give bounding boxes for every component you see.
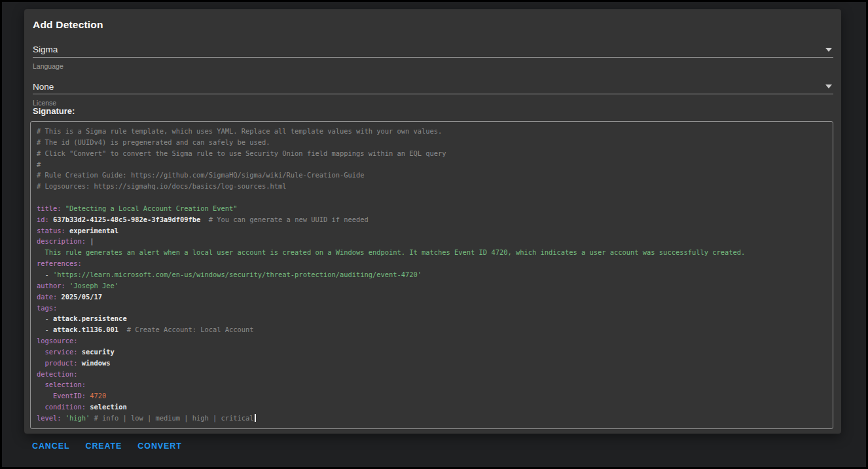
editor-line: # Rule Creation Guide: https://github.co… <box>37 170 827 181</box>
signature-code-editor[interactable]: # This is a Sigma rule template, which u… <box>30 121 833 429</box>
code-token-key: EventID: <box>53 392 90 400</box>
editor-line: id: 637b33d2-4125-48c5-982e-3f3a9df09fbe… <box>37 214 827 225</box>
code-token-key: tags: <box>37 304 57 312</box>
code-token-val: selection <box>90 403 126 411</box>
code-token-str: 'high' <box>65 414 90 422</box>
code-token-key: id: <box>37 216 53 223</box>
editor-line: # <box>37 159 827 170</box>
code-token-key: logsource: <box>37 337 78 345</box>
dialog-actions: CANCEL CREATE CONVERT <box>31 440 183 453</box>
editor-line: selection: <box>37 379 827 390</box>
language-select-underline <box>33 57 833 58</box>
code-token-val: attack.t1136.001 <box>53 326 118 333</box>
code-token-plain <box>37 381 45 388</box>
license-select[interactable]: None <box>33 77 833 94</box>
dialog-title: Add Detection <box>33 19 103 31</box>
code-token-val: 2025/05/17 <box>62 293 103 301</box>
code-token-num: 4720 <box>90 392 106 400</box>
language-select[interactable]: Sigma <box>33 40 833 58</box>
code-token-plain: - <box>37 326 53 333</box>
code-token-key: author: <box>37 282 69 290</box>
code-token-key: date: <box>37 293 62 301</box>
code-token-val: experimental <box>69 227 118 235</box>
cancel-button[interactable]: CANCEL <box>31 440 70 453</box>
editor-line: - 'https://learn.microsoft.com/en-us/win… <box>37 269 827 280</box>
editor-line: level: 'high' # info | low | medium | hi… <box>37 413 827 424</box>
code-token-val: windows <box>82 359 111 367</box>
page-background: Add Detection Sigma Language None Licens… <box>2 2 866 467</box>
code-token-key: detection: <box>37 370 78 378</box>
signature-label: Signature: <box>33 106 75 116</box>
editor-line <box>37 192 827 203</box>
code-token-plain <box>37 348 45 356</box>
chevron-down-icon <box>825 84 832 88</box>
language-select-label: Language <box>33 62 63 70</box>
editor-line: description: | <box>37 236 827 247</box>
editor-line: date: 2025/05/17 <box>37 291 827 303</box>
convert-button[interactable]: CONVERT <box>137 440 182 453</box>
editor-line: product: windows <box>37 358 827 369</box>
editor-line: This rule generates an alert when a loca… <box>37 247 827 258</box>
code-token-str: 'https://learn.microsoft.com/en-us/windo… <box>53 271 422 278</box>
code-token-key: service: <box>45 348 82 356</box>
code-token-key: status: <box>37 227 69 235</box>
code-token-str: "Detecting a Local Account Creation Even… <box>65 204 238 212</box>
editor-line: # The id (UUIDv4) is pregenerated and ca… <box>37 137 827 148</box>
editor-line: - attack.persistence <box>37 313 827 324</box>
code-token-key: description: <box>37 237 90 245</box>
code-token-val: attack.persistence <box>53 314 127 322</box>
chevron-down-icon <box>825 48 832 52</box>
code-token-val: security <box>82 348 115 356</box>
editor-line: tags: <box>37 303 827 314</box>
code-token-str: 'Joseph Jee' <box>69 282 118 290</box>
code-token-plain: | <box>90 237 94 245</box>
language-select-value: Sigma <box>33 45 58 54</box>
license-select-value: None <box>33 82 54 92</box>
editor-line: # This is a Sigma rule template, which u… <box>37 126 827 137</box>
editor-line: title: "Detecting a Local Account Creati… <box>37 203 827 214</box>
code-token-key: references: <box>37 259 82 267</box>
code-token-plain: - <box>37 271 53 278</box>
code-token-com: # Logsources: https://sigmahq.io/docs/ba… <box>37 182 287 190</box>
code-token-key: product: <box>45 359 82 367</box>
editor-line: # Click "Convert" to convert the Sigma r… <box>37 148 827 159</box>
add-detection-dialog: Add Detection Sigma Language None Licens… <box>24 9 841 434</box>
code-token-plain: - <box>37 314 53 322</box>
editor-line: # Logsources: https://sigmahq.io/docs/ba… <box>37 181 827 192</box>
code-token-plain <box>37 359 45 367</box>
code-token-plain <box>37 403 45 411</box>
code-token-com: # Click "Convert" to convert the Sigma r… <box>37 149 446 157</box>
create-button[interactable]: CREATE <box>84 440 122 453</box>
text-cursor <box>255 414 256 422</box>
editor-line: EventID: 4720 <box>37 390 827 402</box>
code-token-com: # The id (UUIDv4) is pregenerated and ca… <box>37 138 270 146</box>
editor-line: detection: <box>37 369 827 380</box>
editor-line: references: <box>37 258 827 269</box>
code-token-com: # info | low | medium | high | critical <box>90 414 253 422</box>
editor-line: author: 'Joseph Jee' <box>37 280 827 291</box>
code-token-key: level: <box>37 414 65 422</box>
code-token-key: title: <box>37 204 65 212</box>
code-token-com: # You can generate a new UUID if needed <box>200 216 368 223</box>
code-token-com: # Rule Creation Guide: https://github.co… <box>37 171 364 179</box>
code-token-com: # <box>37 160 41 168</box>
code-token-com: # This is a Sigma rule template, which u… <box>37 127 442 135</box>
editor-line: condition: selection <box>37 402 827 413</box>
code-token-key: condition: <box>45 403 90 411</box>
editor-line: status: experimental <box>37 225 827 236</box>
editor-line: logsource: <box>37 335 827 347</box>
code-token-com: # Create Account: Local Account <box>118 326 253 333</box>
code-token-plain <box>37 392 53 400</box>
license-select-underline <box>33 94 833 94</box>
editor-line: - attack.t1136.001 # Create Account: Loc… <box>37 324 827 335</box>
editor-line: service: security <box>37 347 827 358</box>
code-token-key: selection: <box>45 381 86 388</box>
code-token-str: This rule generates an alert when a loca… <box>37 248 745 256</box>
code-token-val: 637b33d2-4125-48c5-982e-3f3a9df09fbe <box>53 216 200 223</box>
